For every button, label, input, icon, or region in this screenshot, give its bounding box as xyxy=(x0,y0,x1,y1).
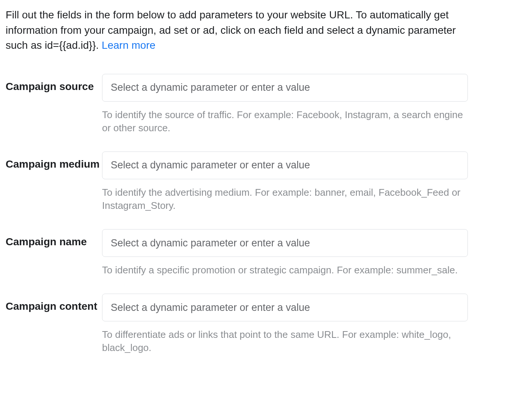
campaign-medium-field-wrapper: To identify the advertising medium. For … xyxy=(102,152,468,212)
campaign-content-field-wrapper: To differentiate ads or links that point… xyxy=(102,294,468,354)
campaign-name-row: Campaign name To identify a specific pro… xyxy=(6,229,526,277)
campaign-source-row: Campaign source To identify the source o… xyxy=(6,74,526,135)
campaign-source-hint: To identify the source of traffic. For e… xyxy=(102,108,468,135)
campaign-content-row: Campaign content To differentiate ads or… xyxy=(6,294,526,354)
campaign-source-input[interactable] xyxy=(102,74,468,102)
campaign-medium-label: Campaign medium xyxy=(6,152,102,171)
intro-text-body: Fill out the fields in the form below to… xyxy=(6,9,456,51)
learn-more-link[interactable]: Learn more xyxy=(102,39,155,51)
campaign-medium-input[interactable] xyxy=(102,152,468,179)
campaign-name-input[interactable] xyxy=(102,229,468,257)
campaign-content-input[interactable] xyxy=(102,294,468,321)
campaign-medium-row: Campaign medium To identify the advertis… xyxy=(6,152,526,212)
campaign-name-label: Campaign name xyxy=(6,229,102,249)
campaign-source-label: Campaign source xyxy=(6,74,102,94)
form-intro-text: Fill out the fields in the form below to… xyxy=(6,8,463,53)
campaign-name-field-wrapper: To identify a specific promotion or stra… xyxy=(102,229,468,277)
campaign-medium-hint: To identify the advertising medium. For … xyxy=(102,186,468,212)
campaign-source-field-wrapper: To identify the source of traffic. For e… xyxy=(102,74,468,135)
campaign-content-hint: To differentiate ads or links that point… xyxy=(102,328,468,354)
campaign-content-label: Campaign content xyxy=(6,294,102,314)
campaign-name-hint: To identify a specific promotion or stra… xyxy=(102,264,468,277)
